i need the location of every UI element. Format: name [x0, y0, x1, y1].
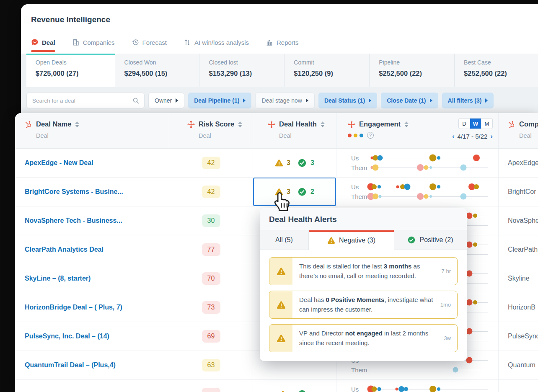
them-timeline	[371, 162, 488, 172]
card-value: $252,500 (22)	[379, 70, 454, 77]
owner-filter-button[interactable]: Owner	[148, 93, 184, 108]
them-timeline	[371, 365, 488, 374]
engagement-dot	[437, 156, 440, 160]
card-label: Closed lost	[209, 59, 284, 66]
card-commit[interactable]: Commit $120,250 (9)	[285, 54, 370, 87]
search-icon	[132, 97, 140, 106]
engagement-dot	[404, 183, 410, 190]
company-name: ApexEdge	[508, 159, 538, 167]
tab-reports[interactable]: Reports	[266, 39, 299, 46]
us-label: Us	[351, 385, 359, 392]
risk-score-badge: 77	[202, 243, 220, 256]
engagement-dot	[398, 386, 404, 392]
us-timeline	[371, 182, 488, 191]
next-date-icon[interactable]: ›	[490, 133, 493, 140]
card-pipeline[interactable]: Pipeline $252,500 (22)	[370, 54, 455, 87]
them-label: Them	[351, 193, 367, 200]
filter-label: All filters (3)	[448, 97, 482, 104]
column-engagement: Engagement ? D W M ‹ 4/17 - 5/22 ›	[336, 113, 499, 148]
card-value: $725,000 (27)	[36, 70, 115, 77]
deal-health-cell[interactable]	[253, 380, 336, 392]
deal-name-link[interactable]: ApexEdge - New Deal	[25, 159, 93, 167]
card-label: Best Case	[464, 59, 538, 66]
check-icon	[298, 159, 306, 167]
caret-icon	[430, 98, 432, 103]
help-icon[interactable]: ?	[367, 132, 374, 139]
card-value: $294,500 (15)	[124, 70, 199, 77]
alert-time: 3w	[436, 325, 457, 352]
deal-name-link[interactable]: PulseSync, Inc. Deal – (14)	[25, 333, 109, 340]
owner-label: Owner	[155, 97, 172, 104]
column-subtitle: Deal	[519, 132, 538, 139]
toggle-month[interactable]: M	[481, 119, 492, 129]
caret-icon	[306, 98, 308, 103]
tab-label: AI win/loss analysis	[194, 39, 249, 46]
tab-negative[interactable]: Negative (3)	[309, 230, 394, 250]
card-label: Pipeline	[379, 59, 454, 66]
engagement-dot	[429, 386, 436, 392]
engagement-dot	[474, 184, 479, 189]
tab-ai-winloss[interactable]: AI win/loss analysis	[184, 39, 249, 46]
column-deal-name: Deal Name Deal	[15, 113, 169, 148]
deal-name-link[interactable]: ClearPath Analytics Deal	[25, 246, 103, 253]
caret-icon	[176, 98, 178, 103]
tab-all[interactable]: All (5)	[260, 230, 309, 250]
engagement-dot	[473, 300, 477, 304]
health-cross-icon	[348, 121, 355, 128]
card-closed-lost[interactable]: Closed lost $153,290 (13)	[199, 54, 285, 87]
engagement-dot	[437, 387, 440, 391]
deal-name-link[interactable]: SkyLine – (8, starter)	[25, 275, 91, 282]
card-closed-won[interactable]: Closed Won $294,500 (15)	[115, 54, 200, 87]
column-title: Deal Name	[36, 120, 71, 128]
card-value: $120,250 (9)	[294, 70, 369, 77]
column-risk-score: Risk Score Deal	[169, 113, 253, 148]
engagement-dot	[417, 164, 424, 171]
health-cross-icon	[268, 121, 275, 128]
all-filters-button[interactable]: All filters (3)	[442, 93, 494, 108]
negative-count: 3	[287, 188, 290, 196]
column-title: Deal Health	[279, 120, 317, 128]
engagement-dot	[466, 241, 473, 248]
date-range: 4/17 - 5/22	[458, 133, 488, 140]
deal-name-link[interactable]: BrightCore Systems - Busine...	[25, 188, 123, 196]
legend-dot-red	[348, 134, 352, 137]
card-best-case[interactable]: Best Case $252,500 (22)	[455, 54, 538, 87]
prev-date-icon[interactable]: ‹	[452, 133, 455, 140]
sort-icon[interactable]	[238, 121, 242, 127]
card-label: Open Deals	[36, 59, 115, 66]
tab-positive[interactable]: Positive (2)	[394, 230, 467, 250]
check-icon	[408, 236, 416, 244]
deal-health-cell[interactable]: 3 3	[253, 149, 336, 177]
alert-text: This deal is stalled for the last 3 mont…	[292, 258, 436, 285]
card-open-deals[interactable]: Open Deals $725,000 (27)	[26, 54, 115, 87]
toggle-day[interactable]: D	[459, 119, 470, 129]
deal-pipeline-filter-button[interactable]: Deal Pipeline (1)	[188, 93, 251, 108]
deal-name-link[interactable]: QuantumTrail Deal – (Plus,4)	[25, 361, 116, 369]
check-icon	[298, 188, 306, 196]
us-label: Us	[351, 183, 359, 190]
engagement-dot	[460, 193, 467, 199]
sort-icon[interactable]	[75, 121, 79, 127]
caret-icon	[243, 98, 246, 103]
search-input[interactable]	[27, 93, 133, 108]
deal-name-link[interactable]: HorizonBridge Deal – ( Plus, 7)	[25, 304, 122, 311]
engagement-dot	[372, 193, 378, 199]
tab-forecast[interactable]: Forecast	[132, 39, 167, 46]
tab-label: Positive (2)	[419, 236, 453, 244]
engagement-dot	[372, 386, 377, 392]
sort-icon[interactable]	[404, 121, 409, 127]
deal-stage-filter-button[interactable]: Deal stage now	[255, 93, 315, 108]
engagement-dot	[466, 212, 473, 219]
close-date-filter-button[interactable]: Close Date (1)	[381, 93, 438, 108]
engagement-dot	[417, 193, 424, 200]
them-label: Them	[351, 366, 367, 373]
ai-winloss-icon	[184, 39, 191, 46]
deal-name-link[interactable]: NovaSphere Tech - Business...	[25, 217, 122, 224]
sort-icon[interactable]	[321, 121, 325, 127]
toggle-week[interactable]: W	[470, 119, 481, 129]
tab-deal[interactable]: Deal	[31, 39, 55, 46]
filter-label: Deal Status (1)	[324, 97, 365, 104]
deal-health-cell[interactable]: 3 2	[253, 178, 336, 206]
tab-companies[interactable]: Companies	[72, 39, 115, 46]
deal-status-filter-button[interactable]: Deal Status (1)	[318, 93, 377, 108]
